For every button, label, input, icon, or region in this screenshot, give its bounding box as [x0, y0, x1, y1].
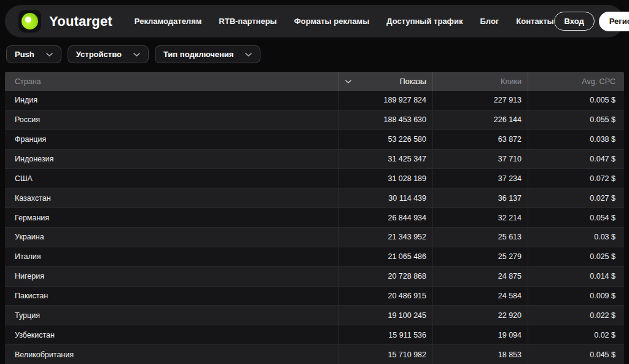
clicks-cell: 25 613 [432, 228, 528, 247]
column-header-impressions-label: Показы [400, 77, 426, 86]
impressions-cell: 19 100 245 [338, 306, 432, 325]
avg-cpc-cell: 0.02 $ [528, 325, 624, 344]
table-row: Италия 21 065 486 25 279 0.025 $ [5, 247, 624, 266]
column-header-avg-cpc[interactable]: Avg. CPC [528, 72, 624, 91]
chevron-down-icon [245, 53, 252, 56]
country-cell: Великобритания [5, 345, 338, 364]
clicks-cell: 36 137 [432, 188, 528, 207]
nav-item-rtb-partners[interactable]: RTB-партнеры [219, 17, 276, 26]
clicks-cell: 37 710 [432, 150, 528, 169]
country-cell: Украина [5, 228, 338, 247]
nav-item-ad-formats[interactable]: Форматы рекламы [294, 17, 370, 26]
clicks-cell: 22 920 [432, 306, 528, 325]
impressions-cell: 53 226 580 [338, 130, 432, 149]
table-row: Казахстан 30 114 439 36 137 0.027 $ [5, 188, 624, 207]
country-cell: Индия [5, 91, 338, 110]
column-header-country[interactable]: Страна [5, 72, 338, 91]
column-header-impressions[interactable]: Показы [338, 72, 432, 91]
impressions-cell: 31 425 347 [338, 150, 432, 169]
filters-bar: Push Устройство Тип подключения [6, 45, 260, 63]
avg-cpc-cell: 0.072 $ [528, 169, 624, 188]
traffic-stats-table: Страна Показы Клики Avg. CPC Индия 189 9… [5, 72, 624, 364]
sort-desc-icon[interactable] [345, 80, 351, 83]
table-row: Нигерия 20 728 868 24 875 0.014 $ [5, 266, 624, 286]
avg-cpc-cell: 0.027 $ [528, 188, 624, 207]
country-cell: Германия [5, 208, 338, 227]
table-row: Пакистан 20 486 915 24 584 0.009 $ [5, 286, 624, 306]
avg-cpc-cell: 0.054 $ [528, 208, 624, 227]
column-header-clicks[interactable]: Клики [432, 72, 528, 91]
table-row: США 31 028 189 37 234 0.072 $ [5, 168, 624, 188]
impressions-cell: 15 710 982 [338, 345, 432, 364]
country-cell: США [5, 169, 338, 188]
impressions-cell: 30 114 439 [338, 188, 432, 207]
country-cell: Турция [5, 306, 338, 325]
impressions-cell: 21 065 486 [338, 247, 432, 266]
table-row: Россия 188 453 630 226 144 0.055 $ [5, 110, 624, 130]
auth-buttons: Вход Регистрация [554, 12, 629, 31]
nav-item-available-traffic[interactable]: Доступный трафик [386, 17, 463, 26]
impressions-cell: 31 028 189 [338, 169, 432, 188]
avg-cpc-cell: 0.055 $ [528, 110, 624, 130]
table-header-row: Страна Показы Клики Avg. CPC [5, 72, 624, 91]
clicks-cell: 32 214 [432, 208, 528, 227]
table-row: Германия 26 844 934 32 214 0.054 $ [5, 207, 624, 227]
clicks-cell: 24 875 [432, 267, 528, 286]
avg-cpc-cell: 0.014 $ [528, 267, 624, 286]
device-filter-dropdown[interactable]: Устройство [68, 45, 149, 63]
country-cell: Россия [5, 110, 338, 130]
avg-cpc-cell: 0.009 $ [528, 287, 624, 306]
logo-text: Youtarget [49, 14, 112, 29]
logo-icon [18, 10, 41, 33]
clicks-cell: 24 584 [432, 287, 528, 306]
country-cell: Пакистан [5, 287, 338, 306]
avg-cpc-cell: 0.022 $ [528, 306, 624, 325]
chevron-down-icon [133, 53, 140, 56]
table-row: Турция 19 100 245 22 920 0.022 $ [5, 305, 624, 325]
avg-cpc-cell: 0.045 $ [528, 345, 624, 364]
country-cell: Франция [5, 130, 338, 149]
format-filter-dropdown[interactable]: Push [6, 45, 61, 63]
clicks-cell: 63 872 [432, 130, 528, 149]
country-cell: Индонезия [5, 150, 338, 169]
connection-type-filter-dropdown[interactable]: Тип подключения [155, 45, 261, 63]
country-cell: Италия [5, 247, 338, 266]
logo-white-dot [25, 17, 31, 23]
impressions-cell: 26 844 934 [338, 208, 432, 227]
table-row: Великобритания 15 710 982 18 853 0.045 $ [5, 344, 624, 364]
clicks-cell: 25 279 [432, 247, 528, 266]
country-cell: Казахстан [5, 188, 338, 207]
table-row: Узбекистан 15 911 536 19 094 0.02 $ [5, 325, 624, 344]
logo[interactable]: Youtarget [18, 10, 112, 33]
avg-cpc-cell: 0.038 $ [528, 130, 624, 149]
impressions-cell: 188 453 630 [338, 110, 432, 130]
connection-type-filter-label: Тип подключения [163, 50, 234, 59]
clicks-cell: 37 234 [432, 169, 528, 188]
nav-item-blog[interactable]: Блог [480, 17, 499, 26]
format-filter-label: Push [15, 50, 34, 59]
table-row: Франция 53 226 580 63 872 0.038 $ [5, 130, 624, 149]
clicks-cell: 226 144 [432, 110, 528, 130]
avg-cpc-cell: 0.005 $ [528, 91, 624, 110]
table-row: Украина 21 343 952 25 613 0.03 $ [5, 227, 624, 247]
clicks-cell: 19 094 [432, 325, 528, 344]
clicks-cell: 18 853 [432, 345, 528, 364]
avg-cpc-cell: 0.047 $ [528, 150, 624, 169]
main-nav: Рекламодателям RTB-партнеры Форматы рекл… [135, 17, 554, 26]
nav-item-contacts[interactable]: Контакты [516, 17, 553, 26]
table-body: Индия 189 927 824 227 913 0.005 $ Россия… [5, 91, 624, 364]
impressions-cell: 189 927 824 [338, 91, 432, 110]
nav-item-advertisers[interactable]: Рекламодателям [135, 17, 201, 26]
impressions-cell: 15 911 536 [338, 325, 432, 344]
country-cell: Узбекистан [5, 325, 338, 344]
register-button[interactable]: Регистрация [599, 12, 629, 31]
login-button[interactable]: Вход [554, 12, 595, 31]
impressions-cell: 20 728 868 [338, 267, 432, 286]
impressions-cell: 20 486 915 [338, 287, 432, 306]
table-row: Индонезия 31 425 347 37 710 0.047 $ [5, 149, 624, 169]
top-navigation-bar: Youtarget Рекламодателям RTB-партнеры Фо… [5, 5, 624, 37]
avg-cpc-cell: 0.03 $ [528, 228, 624, 247]
country-cell: Нигерия [5, 267, 338, 286]
table-row: Индия 189 927 824 227 913 0.005 $ [5, 91, 624, 110]
avg-cpc-cell: 0.025 $ [528, 247, 624, 266]
